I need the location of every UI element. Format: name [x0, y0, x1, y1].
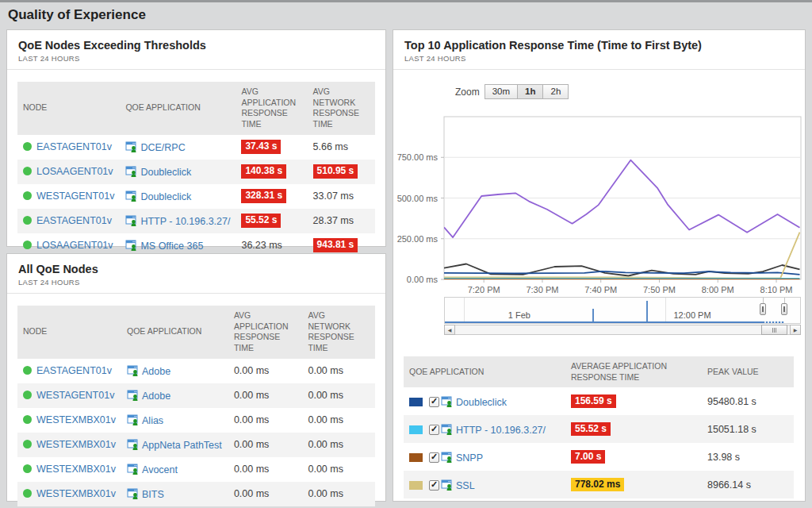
chart-navigator[interactable]: 1 Feb12:00 PM — [444, 297, 801, 324]
panel-subtitle: LAST 24 HOURS — [18, 278, 374, 287]
application-link[interactable]: Adobe — [142, 391, 170, 402]
response-time-value: 0.00 ms — [308, 464, 343, 475]
all-qoe-nodes-table: NODEQOE APPLICATIONAVG APPLICATION RESPO… — [17, 306, 375, 506]
threshold-badge-critical: 510.95 s — [313, 164, 358, 178]
application-icon — [125, 239, 138, 252]
peak-value: 13.98 s — [707, 452, 740, 463]
application-link[interactable]: Doubleclick — [140, 167, 191, 178]
application-link[interactable]: Adobe — [142, 366, 170, 377]
node-link[interactable]: EASTAGENT01v — [36, 365, 112, 376]
column-header: QOE APPLICATION — [404, 356, 565, 387]
top10-legend-table: QOE APPLICATIONAVERAGE APPLICATION RESPO… — [404, 356, 794, 498]
node-status-up-icon — [23, 489, 32, 498]
panel-title: All QoE Nodes — [18, 263, 374, 275]
node-link[interactable]: WESTEXMBX01v — [36, 439, 116, 450]
zoom-label: Zoom — [455, 87, 480, 98]
node-link[interactable]: WESTEXMBX01v — [36, 414, 116, 425]
application-link[interactable]: Alias — [142, 415, 163, 426]
node-status-up-icon — [23, 191, 32, 200]
application-link[interactable]: AppNeta PathTest — [142, 440, 222, 451]
navigator-right-handle[interactable] — [781, 303, 787, 315]
response-time-value: 0.00 ms — [308, 414, 343, 425]
navigator-selected-range[interactable] — [763, 321, 784, 323]
node-link[interactable]: LOSAAGENT01v — [36, 240, 113, 251]
application-icon — [441, 479, 454, 491]
node-link[interactable]: EASTAGENT01v — [36, 141, 112, 152]
response-time-value: 0.00 ms — [234, 390, 269, 401]
x-axis-tick: 7:20 PM — [468, 285, 500, 294]
panel-head: Top 10 Application Response Time (Time t… — [393, 30, 805, 70]
application-link[interactable]: DCE/RPC — [140, 142, 185, 153]
response-time-value: 33.07 ms — [313, 190, 354, 202]
application-icon — [125, 214, 138, 227]
scrollbar-left-arrow-icon[interactable]: ◀ — [444, 325, 455, 335]
navigator-series-spike — [592, 309, 594, 321]
application-icon — [125, 140, 138, 153]
column-header: AVG APPLICATION RESPONSE TIME — [228, 306, 303, 359]
node-status-up-icon — [23, 464, 32, 473]
application-icon — [441, 451, 454, 464]
node-link[interactable]: LOSAAGENT01v — [36, 166, 113, 177]
panel-head: All QoE Nodes LAST 24 HOURS — [7, 254, 385, 294]
series-visibility-checkbox[interactable] — [429, 452, 439, 463]
application-link[interactable]: HTTP - 10.196.3.27/ — [456, 425, 546, 436]
application-link[interactable]: MS Office 365 — [140, 241, 203, 252]
application-link[interactable]: Avocent — [142, 464, 178, 475]
node-link[interactable]: WESTEXMBX01v — [36, 488, 116, 499]
application-link[interactable]: HTTP - 10.196.3.27/ — [140, 216, 230, 227]
threshold-badge-critical: 37.43 s — [241, 140, 281, 153]
table-row: WESTEXMBX01vAvocent0.00 ms0.00 ms — [17, 457, 375, 482]
application-link[interactable]: BITS — [142, 489, 164, 500]
node-status-up-icon — [23, 440, 32, 448]
series-visibility-checkbox[interactable] — [429, 397, 439, 407]
application-link[interactable]: Doubleclick — [140, 191, 191, 202]
chart-scrollbar[interactable]: ◀ ▶ — [444, 325, 801, 335]
node-link[interactable]: EASTAGENT01v — [36, 215, 112, 226]
application-icon — [441, 395, 454, 408]
series-visibility-checkbox[interactable] — [429, 425, 439, 435]
panel-title: QoE Nodes Exceeding Thresholds — [18, 39, 374, 52]
zoom-control: Zoom 30m1h2h — [455, 84, 569, 99]
series-color-swatch — [409, 481, 423, 490]
peak-value: 95480.81 s — [707, 396, 756, 407]
panel-head: QoE Nodes Exceeding Thresholds LAST 24 H… — [7, 30, 385, 70]
peak-value: 15051.18 s — [707, 424, 756, 435]
threshold-badge-critical: 55.52 s — [571, 422, 611, 436]
application-icon — [125, 165, 138, 178]
zoom-option-1h[interactable]: 1h — [517, 84, 543, 99]
node-link[interactable]: WESTEXMBX01v — [36, 464, 116, 475]
scrollbar-right-arrow-icon[interactable]: ▶ — [790, 325, 801, 335]
application-link[interactable]: Doubleclick — [456, 397, 507, 408]
panel-qoe-exceeding-thresholds: QoE Nodes Exceeding Thresholds LAST 24 H… — [6, 29, 386, 247]
panel-top10-response-time: Top 10 Application Response Time (Time t… — [393, 29, 806, 502]
node-link[interactable]: WESTAGENT01v — [36, 390, 114, 401]
x-axis-tick: 8:00 PM — [702, 285, 734, 294]
peak-value: 8966.14 s — [707, 479, 751, 491]
threshold-badge-critical: 7.00 s — [571, 450, 605, 464]
table-row: WESTAGENT01vDoubleclick328.31 s33.07 ms — [17, 184, 375, 209]
response-time-value: 28.37 ms — [313, 215, 354, 226]
node-status-up-icon — [23, 366, 32, 375]
navigator-left-handle[interactable] — [760, 303, 766, 315]
response-time-value: 0.00 ms — [308, 439, 343, 450]
panel-subtitle: LAST 24 HOURS — [18, 54, 374, 63]
series-visibility-checkbox[interactable] — [429, 480, 439, 491]
y-axis-tick: 0.00 ms — [407, 275, 439, 284]
x-axis-tick: 7:40 PM — [584, 285, 617, 294]
threshold-badge-critical: 55.52 s — [241, 214, 281, 227]
application-link[interactable]: SSL — [456, 480, 475, 491]
panel-all-qoe-nodes: All QoE Nodes LAST 24 HOURS NODEQOE APPL… — [6, 253, 386, 502]
node-link[interactable]: WESTAGENT01v — [36, 190, 114, 202]
y-axis-tick: 500.00 ms — [397, 194, 439, 203]
response-time-value: 36.23 ms — [241, 240, 282, 251]
application-link[interactable]: SNPP — [456, 452, 483, 464]
zoom-option-30m[interactable]: 30m — [485, 84, 518, 99]
zoom-option-2h[interactable]: 2h — [542, 84, 569, 99]
navigator-series-spike — [646, 301, 648, 321]
scrollbar-thumb[interactable] — [761, 325, 787, 335]
table-row: Doubleclick156.59 s95480.81 s — [404, 387, 794, 415]
threshold-badge-critical: 140.38 s — [241, 164, 286, 178]
threshold-badge-critical: 328.31 s — [241, 189, 286, 202]
page-title: Quality of Experience — [8, 7, 804, 23]
response-time-value: 5.66 ms — [313, 141, 348, 152]
